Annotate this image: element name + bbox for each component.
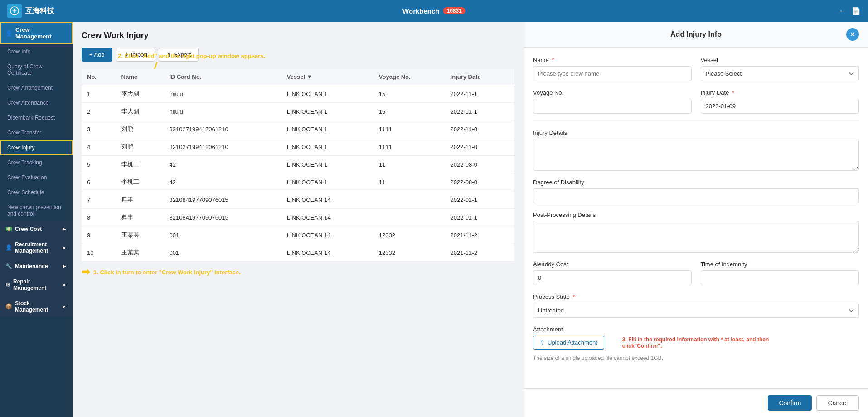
vessel-select[interactable]: Please Select — [701, 66, 859, 81]
col-voyage: Voyage No. — [373, 69, 445, 85]
vessel-label: Vessel — [701, 57, 859, 63]
injury-details-label: Injury Details — [533, 129, 859, 136]
form-row-name-vessel: Name * Vessel Please Select — [533, 57, 859, 81]
right-panel: Add Injury Info ✕ Name * Vessel — [524, 22, 868, 417]
cancel-button[interactable]: Cancel — [816, 395, 859, 411]
col-vessel[interactable]: Vessel ▼ — [281, 69, 373, 85]
sidebar-item-crew-tracking[interactable]: Crew Tracking — [0, 155, 73, 170]
sidebar-repair[interactable]: ⚙ Repair Management ► — [0, 274, 73, 296]
form-group-injury-date: Injury Date * — [701, 89, 859, 114]
table-container: No. Name ID Card No. Vessel ▼ Voyage No.… — [82, 69, 514, 262]
voyage-input[interactable] — [533, 99, 692, 114]
post-processing-input[interactable] — [533, 221, 859, 253]
user-icon: 👤 — [5, 30, 13, 37]
chevron-right-icon-repair: ► — [62, 282, 67, 288]
workbench-label: Workbench — [402, 7, 439, 15]
panel-body: Name * Vessel Please Select — [524, 48, 868, 388]
table-row: 1 李大副 hiiuiu LINK OCEAN 1 15 2022-11-1 — [82, 85, 514, 103]
table-row: 8 典丰 321084197709076015 LINK OCEAN 14 20… — [82, 209, 514, 226]
close-button[interactable]: ✕ — [846, 28, 859, 41]
sidebar-recruitment[interactable]: 👤 Recruitment Management ► — [0, 237, 73, 259]
sidebar-item-query-cert[interactable]: Query of Crew Certificate — [0, 59, 73, 81]
upload-label: Upload Attachment — [548, 339, 597, 346]
process-state-select[interactable]: Untreated Processing Completed — [533, 303, 859, 318]
degree-input[interactable] — [533, 188, 859, 203]
annotation-step1: ➡ 1. Click in turn to enter "Crew Work I… — [82, 266, 514, 278]
table-row: 4 刘鹏 321027199412061210 LINK OCEAN 1 111… — [82, 138, 514, 156]
table-row: 5 李机工 42 LINK OCEAN 1 11 2022-08-0 — [82, 156, 514, 173]
file-note: The size of a single uploaded file canno… — [533, 355, 859, 361]
sidebar-maintenance[interactable]: 🔧 Maintenance ► — [0, 259, 73, 274]
panel-title: Add Injury Info — [546, 30, 846, 38]
confirm-button[interactable]: Confirm — [768, 395, 812, 411]
sidebar-stock[interactable]: 📦 Stock Management ► — [0, 296, 73, 317]
chevron-right-icon-maintenance: ► — [62, 263, 67, 269]
injury-date-label: Injury Date * — [701, 89, 859, 96]
form-group-process-state: Process State * Untreated Processing Com… — [533, 293, 859, 318]
sidebar-crew-cost[interactable]: 💵 Crew Cost ► — [0, 221, 73, 237]
top-nav: 互海科技 ← 📄 Workbench 16831 — [0, 0, 868, 22]
time-indemnity-input[interactable] — [701, 270, 859, 285]
stock-icon: 📦 — [5, 303, 12, 310]
sidebar-item-disembark-request[interactable]: Disembark Request — [0, 110, 73, 125]
table-row: 6 李机工 42 LINK OCEAN 1 11 2022-08-0 — [82, 173, 514, 191]
attachment-label: Attachment — [533, 326, 859, 333]
panel-footer: Confirm Cancel — [524, 388, 868, 417]
dollar-icon: 💵 — [5, 226, 12, 232]
sidebar-item-crew-info[interactable]: Crew Info. — [0, 44, 73, 59]
time-indemnity-label: Time of Indemnity — [701, 261, 859, 268]
form-group-post-processing: Post-Processing Details — [533, 211, 859, 253]
table-row: 7 典丰 321084197709076015 LINK OCEAN 14 20… — [82, 191, 514, 209]
table-row: 10 王某某 001 LINK OCEAN 14 12332 2021-11-2 — [82, 244, 514, 262]
aleaddy-cost-label: Aleaddy Cost — [533, 261, 692, 268]
voyage-label: Voyage No. — [533, 89, 692, 96]
chevron-right-icon-crew-cost: ► — [62, 226, 67, 232]
panel-header: Add Injury Info ✕ — [524, 22, 868, 48]
injury-details-input[interactable] — [533, 139, 859, 171]
col-no: No. — [82, 69, 116, 85]
upload-attachment-button[interactable]: ⇧ Upload Attachment — [533, 336, 604, 350]
name-label: Name * — [533, 57, 692, 63]
doc-icon[interactable]: 📄 — [852, 7, 861, 15]
injury-date-input[interactable] — [701, 99, 859, 114]
process-state-label: Process State * — [533, 293, 859, 300]
nav-icons: ← 📄 — [839, 7, 861, 15]
sidebar-item-crew-injury[interactable]: Crew Injury — [0, 140, 73, 155]
repair-icon: ⚙ — [5, 282, 10, 288]
back-icon[interactable]: ← — [839, 7, 846, 15]
wrench-icon: 🔧 — [5, 263, 12, 269]
chevron-right-icon-stock: ► — [62, 303, 67, 310]
logo-text: 互海科技 — [25, 6, 54, 16]
table-row: 3 刘鹏 321027199412061210 LINK OCEAN 1 111… — [82, 120, 514, 138]
table-row: 9 王某某 001 LINK OCEAN 14 12332 2021-11-2 — [82, 226, 514, 244]
sidebar-item-crew-evaluation[interactable]: Crew Evaluation — [0, 170, 73, 185]
post-processing-label: Post-Processing Details — [533, 211, 859, 218]
form-group-degree: Degree of Disability — [533, 179, 859, 203]
sidebar-header-crew-management[interactable]: 👤 Crew Management — [0, 22, 73, 44]
form-group-aleaddy-cost: Aleaddy Cost — [533, 261, 692, 285]
add-button[interactable]: + Add — [82, 48, 112, 62]
main-content: Crew Work Injury + Add ⇓ Import ⇑ Export… — [73, 22, 524, 417]
arrow-right-icon: ➡ — [82, 266, 90, 278]
sidebar-item-crew-schedule[interactable]: Crew Schedule — [0, 185, 73, 200]
sidebar: 👤 Crew Management Crew Info. Query of Cr… — [0, 22, 73, 417]
form-group-injury-details: Injury Details — [533, 129, 859, 171]
page-title: Crew Work Injury — [82, 31, 514, 40]
sidebar-item-crew-arrangement[interactable]: Crew Arrangement — [0, 81, 73, 96]
name-input[interactable] — [533, 66, 692, 81]
annotation-step2: 2. Click "Add" and the right pop-up wind… — [118, 53, 265, 59]
aleaddy-cost-input[interactable] — [533, 270, 692, 285]
logo: 互海科技 — [7, 4, 54, 18]
col-injury-date: Injury Date — [445, 69, 514, 85]
chevron-right-icon-recruitment: ► — [62, 244, 67, 251]
form-row-cost-indemnity: Aleaddy Cost Time of Indemnity — [533, 261, 859, 285]
logo-icon — [7, 4, 22, 18]
person-icon: 👤 — [5, 244, 12, 251]
sidebar-item-new-crown[interactable]: New crown prevention and control — [0, 200, 73, 221]
form-row-voyage-date: Voyage No. Injury Date * — [533, 89, 859, 114]
col-name: Name — [116, 69, 164, 85]
col-id-card: ID Card No. — [164, 69, 281, 85]
sidebar-item-crew-transfer[interactable]: Crew Transfer — [0, 125, 73, 140]
sidebar-item-crew-attendance[interactable]: Crew Attendance — [0, 96, 73, 110]
form-group-attachment: Attachment ⇧ Upload Attachment 3. Fill i… — [533, 326, 859, 361]
